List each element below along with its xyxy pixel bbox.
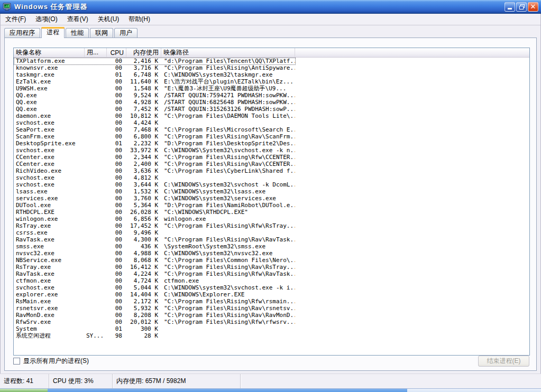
status-process-count: 进程数: 41 bbox=[0, 374, 49, 388]
process-row[interactable]: nvsvc32.exe 00 4,988 K C:\WINDOWS\system… bbox=[14, 250, 529, 257]
column-header-mem-usage[interactable]: 内存使用 bbox=[126, 48, 161, 57]
show-all-users-row[interactable]: 显示所有用户的进程(S) bbox=[13, 357, 89, 366]
cell-user-name bbox=[85, 140, 107, 147]
cell-image-name: rsnetsvr.exe bbox=[14, 305, 85, 312]
cell-mem-usage: 4,300 K bbox=[126, 236, 161, 243]
menu-file[interactable]: 文件(F) bbox=[1, 14, 31, 25]
process-row[interactable]: services.exe 00 3,760 K C:\WINDOWS\syste… bbox=[14, 195, 529, 202]
process-row[interactable]: taskmgr.exe 01 6,748 K C:\WINDOWS\system… bbox=[14, 71, 529, 78]
cell-user-name bbox=[85, 119, 107, 126]
process-row[interactable]: winlogon.exe 00 6,856 K winlogon.exe bbox=[14, 216, 529, 222]
column-header-image-path[interactable]: 映像路径 bbox=[161, 48, 295, 57]
process-row[interactable]: CCenter.exe 00 2,344 K "C:\Program Files… bbox=[14, 154, 529, 161]
taskbar-tray-edge bbox=[407, 389, 541, 392]
close-button[interactable]: ✕ bbox=[528, 2, 538, 12]
process-row[interactable]: smss.exe 00 436 K \SystemRoot\System32\s… bbox=[14, 243, 529, 250]
tab-processes[interactable]: 进程 bbox=[41, 27, 65, 38]
process-row[interactable]: RsMain.exe 00 2,172 K "C:\Program Files\… bbox=[14, 298, 529, 305]
process-row[interactable]: TXPlatform.exe 00 2,416 K "d:\Program Fi… bbox=[14, 58, 529, 64]
menu-help[interactable]: 帮助(H) bbox=[124, 14, 155, 25]
cell-cpu: 00 bbox=[107, 147, 126, 154]
tab-users[interactable]: 用户 bbox=[114, 28, 137, 38]
cell-image-path: "C:\Program Files\Rising\Rav\RavTask... bbox=[161, 236, 295, 243]
process-row[interactable]: RichVideo.exe 00 3,636 K "C:\Program Fil… bbox=[14, 167, 529, 174]
cell-image-path: "D:\Program Files\DesktopSprite2\Des... bbox=[161, 140, 295, 147]
cell-image-path: C:\WINDOWS\system32\taskmgr.exe bbox=[161, 71, 295, 78]
cell-image-path: /START QQUIN:315263126 PWDHASH:sowP... bbox=[161, 106, 295, 113]
cell-image-path bbox=[161, 119, 295, 126]
menu-options[interactable]: 选项(O) bbox=[31, 14, 62, 25]
process-row[interactable]: svchost.exe 00 4,812 K bbox=[14, 174, 529, 181]
start-button-edge[interactable] bbox=[0, 389, 48, 392]
cell-mem-usage: 33,972 K bbox=[126, 147, 161, 154]
tab-performance[interactable]: 性能 bbox=[66, 28, 89, 38]
cell-cpu: 00 bbox=[107, 113, 126, 119]
process-row[interactable]: svchost.exe 00 33,972 K C:\WINDOWS\Syste… bbox=[14, 147, 529, 154]
process-row[interactable]: svchost.exe 00 5,044 K C:\WINDOWS\system… bbox=[14, 284, 529, 291]
process-row[interactable]: RfwSrv.exe 00 20,012 K "C:\Program Files… bbox=[14, 319, 529, 325]
process-row[interactable]: RavTask.exe 00 4,300 K "C:\Program Files… bbox=[14, 236, 529, 243]
tab-applications[interactable]: 应用程序 bbox=[4, 28, 40, 38]
process-row[interactable]: ctfmon.exe 00 4,724 K ctfmon.exe bbox=[14, 277, 529, 284]
show-all-users-checkbox[interactable] bbox=[13, 358, 20, 365]
restore-button[interactable] bbox=[516, 2, 527, 12]
cell-image-name: NBService.exe bbox=[14, 257, 85, 264]
process-row[interactable]: QQ.exe 00 9,524 K /START QQUIN:7594271 P… bbox=[14, 92, 529, 99]
process-row[interactable]: DUTool.exe 00 5,364 K "D:\Program Files\… bbox=[14, 202, 529, 209]
cell-image-name: svchost.exe bbox=[14, 174, 85, 181]
cell-mem-usage: 2,232 K bbox=[126, 140, 161, 147]
process-row[interactable]: QQ.exe 00 4,928 K /START QQUIN:6825648 P… bbox=[14, 99, 529, 106]
close-icon: ✕ bbox=[530, 3, 536, 10]
process-row[interactable]: svchost.exe 00 3,644 K C:\WINDOWS\system… bbox=[14, 181, 529, 188]
menu-shutdown[interactable]: 关机(U) bbox=[93, 14, 124, 25]
cell-mem-usage: 5,364 K bbox=[126, 202, 161, 209]
tab-networking[interactable]: 联网 bbox=[90, 28, 113, 38]
title-bar[interactable]: Windows 任务管理器 ✕ bbox=[0, 0, 541, 14]
cell-user-name bbox=[85, 243, 107, 250]
process-row[interactable]: daemon.exe 00 10,812 K "C:\Program Files… bbox=[14, 113, 529, 119]
process-row[interactable]: RsTray.exe 00 17,452 K "C:\Program Files… bbox=[14, 222, 529, 229]
process-row[interactable]: svchost.exe 00 4,424 K bbox=[14, 119, 529, 126]
cell-user-name bbox=[85, 106, 107, 113]
process-row[interactable]: DesktopSprite.exe 01 2,232 K "D:\Program… bbox=[14, 140, 529, 147]
column-header-user-name[interactable]: 用... bbox=[85, 48, 107, 57]
cell-image-name: TXPlatform.exe bbox=[14, 58, 85, 64]
cell-cpu: 00 bbox=[107, 133, 126, 140]
process-row[interactable]: CCenter.exe 00 2,400 K "C:\Program Files… bbox=[14, 161, 529, 167]
column-header-image-name[interactable]: 映像名称 bbox=[14, 48, 85, 57]
cell-cpu: 00 bbox=[107, 222, 126, 229]
cell-image-path: "C:\Program Files\Rising\Rfw\rfwsrv.... bbox=[161, 319, 295, 325]
process-row[interactable]: QQ.exe 00 7,452 K /START QQUIN:315263126… bbox=[14, 106, 529, 113]
process-row[interactable]: NBService.exe 00 8,068 K "C:\Program Fil… bbox=[14, 257, 529, 264]
process-row[interactable]: csrss.exe 00 9,496 K bbox=[14, 229, 529, 236]
process-row[interactable]: EzTalk.exe 00 11,640 K E:\浩方对战平台\plugin\… bbox=[14, 78, 529, 85]
process-row[interactable]: System 01 300 K bbox=[14, 325, 529, 332]
cell-mem-usage: 26,028 K bbox=[126, 209, 161, 216]
process-row[interactable]: knownsvr.exe 00 3,716 K "C:\Program File… bbox=[14, 64, 529, 71]
cell-mem-usage: 9,496 K bbox=[126, 229, 161, 236]
cell-image-path: \SystemRoot\System32\smss.exe bbox=[161, 243, 295, 250]
process-row[interactable]: U9WSH.exe 00 1,548 K "E:\魔兽3-冰封王座\U9魔兽超级… bbox=[14, 85, 529, 92]
desktop-taskbar[interactable] bbox=[0, 388, 541, 392]
process-row[interactable]: lsass.exe 00 1,532 K C:\WINDOWS\system32… bbox=[14, 188, 529, 195]
column-header-cpu[interactable]: CPU bbox=[107, 48, 126, 57]
cell-cpu: 00 bbox=[107, 99, 126, 106]
cell-cpu: 00 bbox=[107, 298, 126, 305]
process-row[interactable]: 系统空闲进程 SY... 98 28 K bbox=[14, 332, 529, 339]
process-row[interactable]: explorer.exe 00 14,404 K C:\WINDOWS\Expl… bbox=[14, 291, 529, 298]
cell-image-path: "C:\WINDOWS\RTHDCPL.EXE" bbox=[161, 209, 295, 216]
process-row[interactable]: rsnetsvr.exe 00 5,932 K "C:\Program File… bbox=[14, 305, 529, 312]
process-row[interactable]: ScanFrm.exe 00 6,800 K "C:\Program Files… bbox=[14, 133, 529, 140]
process-row[interactable]: RavTask.exe 00 4,224 K "C:\Program Files… bbox=[14, 270, 529, 277]
process-row[interactable]: RsTray.exe 00 16,412 K "C:\Program Files… bbox=[14, 264, 529, 270]
process-row[interactable]: SeaPort.exe 00 7,468 K "C:\Program Files… bbox=[14, 126, 529, 133]
menu-view[interactable]: 查看(V) bbox=[62, 14, 93, 25]
cell-cpu: 00 bbox=[107, 229, 126, 236]
cell-cpu: 00 bbox=[107, 85, 126, 92]
minimize-button[interactable] bbox=[505, 2, 515, 12]
cell-image-name: svchost.exe bbox=[14, 119, 85, 126]
cell-user-name bbox=[85, 291, 107, 298]
end-process-button[interactable]: 结束进程(E) bbox=[478, 356, 529, 367]
process-row[interactable]: RTHDCPL.EXE 00 26,028 K "C:\WINDOWS\RTHD… bbox=[14, 209, 529, 216]
process-row[interactable]: RavMonD.exe 00 8,208 K "C:\Program Files… bbox=[14, 312, 529, 319]
